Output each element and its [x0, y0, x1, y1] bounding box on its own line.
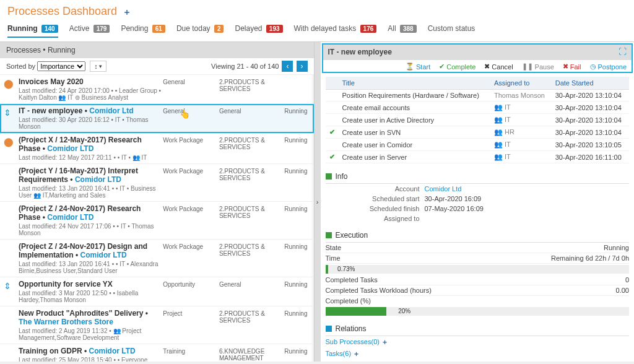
filter-tabs: Running 140Active 179Pending 61Due today… — [0, 20, 634, 42]
process-row[interactable]: (Project Z / 24-Nov-2017) Research Phase… — [0, 202, 314, 240]
process-account-link[interactable]: Comidor Ltd — [89, 106, 133, 115]
completed-progress: 20% — [326, 307, 630, 316]
postpone-button[interactable]: ◷ Postpone — [590, 63, 627, 71]
task-row[interactable]: Create email accounts👥 IT30-Apr-2020 13:… — [326, 102, 630, 114]
viewing-label: Viewing 21 - 40 of 140 — [211, 63, 279, 70]
warning-icon: ⬤ — [4, 137, 14, 147]
chevron-right-icon: › — [316, 198, 319, 206]
process-account-link[interactable]: The Warner Brothers Store — [19, 318, 113, 326]
tab-active[interactable]: Active 179 — [69, 24, 110, 33]
info-header: Info — [336, 172, 348, 181]
sub-processes-link[interactable]: Sub Processes(0) ＋ — [326, 336, 630, 348]
cancel-button[interactable]: ✖ Cancel — [484, 63, 513, 71]
check-icon: ✔ — [329, 153, 335, 160]
time-progress: 0.73% — [326, 265, 630, 274]
relations-icon — [326, 326, 332, 332]
task-row[interactable]: Create user in Comidor👥 IT30-Apr-2020 13… — [326, 139, 630, 151]
task-row[interactable]: Create user in Active Directory👥 IT30-Ap… — [326, 114, 630, 126]
tab-running[interactable]: Running 140 — [7, 24, 58, 38]
tasks-table: Title Assigned to Date Started Position … — [326, 77, 630, 163]
prev-page-button[interactable]: ‹ — [282, 61, 293, 72]
process-account-link[interactable]: Comidor LTD — [47, 213, 93, 222]
execution-icon — [326, 232, 332, 238]
info-icon — [326, 173, 332, 180]
process-account-link[interactable]: Comidor LTD — [75, 175, 121, 184]
start-button[interactable]: ⏳ Start — [406, 63, 430, 71]
sort-direction-button[interactable]: ↕ ▾ — [90, 61, 106, 72]
check-icon: ✔ — [329, 128, 335, 136]
task-row[interactable]: ✔Create user in SVN👥 HR30-Apr-2020 13:10… — [326, 126, 630, 139]
left-panel-title: Processes • Running — [6, 46, 76, 54]
tab-with-delayed-tasks[interactable]: With delayed tasks 176 — [294, 24, 377, 33]
col-assigned[interactable]: Assigned to — [490, 77, 552, 90]
complete-button[interactable]: ✔ Complete — [439, 63, 476, 71]
sort-select[interactable]: Importance — [37, 61, 85, 71]
tab-due-today[interactable]: Due today 2 — [176, 24, 224, 33]
tab-custom-status[interactable]: Custom status — [428, 24, 476, 33]
process-row[interactable]: (Project Z / 24-Nov-2017) Design and Imp… — [0, 240, 314, 277]
relations-header: Relations — [336, 324, 367, 333]
process-row[interactable]: New Product "Aphrodites" Delivery • The … — [0, 306, 314, 344]
priority-icon: ⇕ — [4, 281, 11, 291]
fail-button[interactable]: ✖ Fail — [563, 63, 581, 71]
warning-icon: ⬤ — [4, 79, 14, 89]
detail-title: IT - new employee — [328, 48, 392, 56]
process-row[interactable]: ⇕👆IT - new employee • Comidor LtdLast mo… — [0, 104, 314, 133]
process-account-link[interactable]: Comidor LTD — [47, 144, 93, 153]
process-row[interactable]: Training on GDPR • Comidor LTDLast modif… — [0, 344, 314, 362]
process-account-link[interactable]: Comidor LTD — [80, 251, 127, 259]
priority-icon: ⇕ — [4, 108, 11, 118]
add-process-icon[interactable]: ＋ — [123, 7, 131, 17]
task-row[interactable]: Position Requirements (Hardware / Softwa… — [326, 90, 630, 102]
tab-delayed[interactable]: Delayed 193 — [235, 24, 282, 33]
page-title: Processes Dashboard — [7, 5, 117, 18]
col-date[interactable]: Date Started — [552, 77, 629, 90]
col-title[interactable]: Title — [339, 77, 490, 90]
tasks-link[interactable]: Tasks(6) ＋ — [326, 348, 630, 360]
execution-header: Execution — [336, 231, 368, 240]
tab-pending[interactable]: Pending 61 — [121, 24, 165, 33]
process-row[interactable]: ⬤Invoices May 2020Last modified: 24 Apr … — [0, 75, 314, 104]
next-page-button[interactable]: › — [297, 61, 308, 72]
process-row[interactable]: ⇕Opportunity for service YXLast modified… — [0, 277, 314, 306]
sorted-by-label: Sorted by — [6, 63, 35, 70]
splitter[interactable]: › — [315, 42, 321, 362]
process-list[interactable]: ⬤Invoices May 2020Last modified: 24 Apr … — [0, 75, 314, 362]
task-row[interactable]: ✔Create user in Server👥 IT30-Apr-2020 16… — [326, 151, 630, 163]
process-row[interactable]: ⬤(Project X / 12-May-2017) Research Phas… — [0, 133, 314, 164]
maximize-icon[interactable]: ⛶ — [619, 47, 627, 56]
process-row[interactable]: (Project Y / 16-May-2017) Interpret Requ… — [0, 164, 314, 202]
tab-all[interactable]: All 388 — [388, 24, 416, 33]
process-account-link[interactable]: Comidor LTD — [89, 347, 136, 355]
pause-button[interactable]: ❚❚ Pause — [522, 63, 554, 71]
account-link[interactable]: Comidor Ltd — [425, 185, 462, 193]
